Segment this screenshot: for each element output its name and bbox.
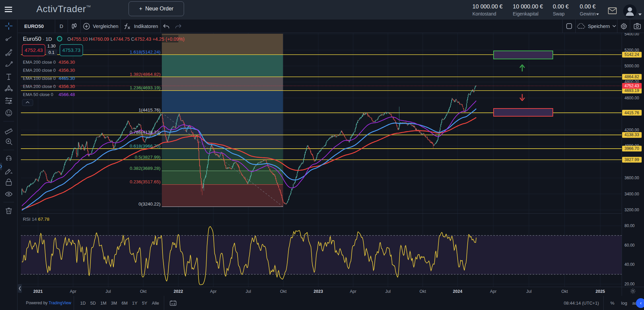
svg-text:4356.30: 4356.30	[59, 68, 75, 73]
svg-text:0.382(3689.28): 0.382(3689.28)	[130, 166, 160, 171]
svg-text:EMA 100 close 0: EMA 100 close 0	[23, 76, 56, 81]
svg-text:4753.73: 4753.73	[62, 47, 80, 53]
svg-text:EMA 200 close 0: EMA 200 close 0	[23, 84, 56, 89]
svg-text:3600.00: 3600.00	[624, 176, 639, 180]
svg-text:EMA 200 close 0: EMA 200 close 0	[23, 68, 56, 73]
svg-text:4465.30: 4465.30	[59, 76, 75, 81]
svg-text:5142.24: 5142.24	[624, 52, 639, 57]
svg-text:5400.00: 5400.00	[624, 33, 639, 36]
svg-text:EMA 200 close 0: EMA 200 close 0	[23, 60, 56, 65]
svg-text:4600.00: 4600.00	[624, 96, 639, 100]
svg-text:Apr: Apr	[70, 289, 76, 294]
svg-text:1.236(4693.19): 1.236(4693.19)	[130, 85, 160, 90]
svg-text:Jul: Jul	[106, 289, 111, 294]
svg-text:2022: 2022	[174, 289, 183, 294]
svg-text:5000.00: 5000.00	[624, 64, 639, 68]
svg-text:Jul: Jul	[526, 289, 532, 294]
svg-text:0.618(3966.70): 0.618(3966.70)	[130, 144, 160, 149]
svg-text:Euro50 · 1D: Euro50 · 1D	[23, 36, 52, 42]
svg-text:Okt: Okt	[561, 289, 568, 294]
svg-text:0.236(3517.65): 0.236(3517.65)	[130, 179, 160, 184]
svg-text:2025: 2025	[596, 289, 605, 294]
svg-text:Okt: Okt	[420, 289, 426, 294]
svg-text:2024: 2024	[453, 289, 462, 294]
svg-text:3200.00: 3200.00	[624, 208, 639, 212]
svg-text:Apr: Apr	[490, 289, 496, 294]
svg-text:80.00: 80.00	[624, 223, 635, 228]
svg-text:5200.00: 5200.00	[624, 48, 639, 53]
svg-text:4200.00: 4200.00	[624, 128, 639, 132]
svg-text:2021: 2021	[33, 289, 43, 294]
svg-text:4864.82: 4864.82	[624, 74, 639, 79]
svg-text:4415.76: 4415.76	[624, 111, 639, 115]
svg-text:4752.43: 4752.43	[25, 47, 43, 53]
svg-text:O4755.10 H4760.09 L4744.75 C47: O4755.10 H4760.09 L4744.75 C4752.43 +4.2…	[67, 37, 184, 42]
svg-text:1.382(4864.82): 1.382(4864.82)	[130, 72, 160, 77]
svg-text:60.00: 60.00	[624, 243, 635, 248]
svg-text:Apr: Apr	[210, 289, 216, 294]
svg-text:4356.30: 4356.30	[59, 84, 75, 89]
svg-text:3400.00: 3400.00	[624, 192, 639, 196]
svg-text:4138.33: 4138.33	[624, 132, 639, 137]
svg-text:1(4415.76): 1(4415.76)	[139, 107, 160, 113]
svg-text:Apr: Apr	[350, 289, 356, 294]
svg-text:3827.99: 3827.99	[624, 157, 639, 162]
svg-text:4752.43: 4752.43	[624, 84, 639, 88]
svg-text:0.5(3827.99): 0.5(3827.99)	[135, 155, 160, 160]
svg-text:Jul: Jul	[246, 289, 251, 294]
svg-text:EMA 50 close 0: EMA 50 close 0	[23, 92, 53, 97]
svg-text:4693.19: 4693.19	[624, 88, 639, 93]
svg-text:0(3240.22): 0(3240.22)	[139, 202, 160, 207]
svg-text:Okt: Okt	[280, 289, 287, 294]
svg-text:3966.70: 3966.70	[624, 146, 639, 151]
svg-text:2023: 2023	[314, 289, 323, 294]
svg-text:Okt: Okt	[140, 289, 147, 294]
svg-text:RSI 14 67.78: RSI 14 67.78	[23, 217, 49, 222]
svg-text:1.30: 1.30	[47, 44, 56, 49]
svg-text:4356.30: 4356.30	[59, 60, 75, 65]
svg-text:40.00: 40.00	[624, 262, 635, 267]
svg-text:Jul: Jul	[385, 289, 391, 294]
svg-text:0.1: 0.1	[48, 50, 54, 55]
svg-text:0.786(4138.33): 0.786(4138.33)	[130, 130, 160, 135]
svg-text:20.00: 20.00	[624, 282, 635, 286]
svg-text:4566.48: 4566.48	[59, 92, 75, 97]
svg-text:1.618(5142.24): 1.618(5142.24)	[130, 50, 160, 55]
